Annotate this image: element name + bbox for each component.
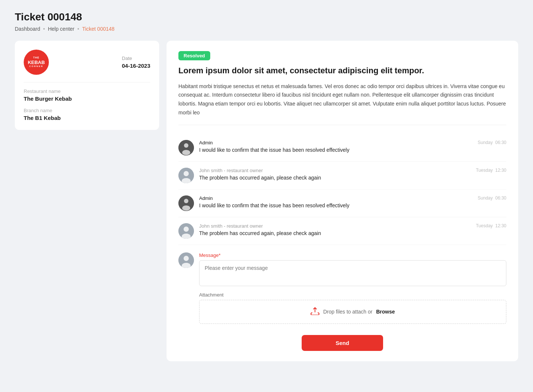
branch-name-field: Branch name The B1 Kebab (24, 108, 150, 121)
breadcrumb-sep-1: • (43, 26, 45, 32)
compose-message-label: Message* (199, 252, 506, 258)
svg-point-8 (182, 205, 190, 211)
svg-point-7 (184, 199, 188, 203)
attachment-label: Attachment (199, 292, 506, 298)
upload-icon (311, 307, 319, 317)
message-content: John smith - restaurant owner Tuesday 12… (199, 168, 506, 183)
message-item: John smith - restaurant owner Tuesday 12… (178, 162, 506, 190)
status-badge: Resolved (178, 51, 210, 60)
restaurant-name-value: The Burger Kebab (24, 96, 150, 102)
date-value: 04-16-2023 (122, 63, 150, 69)
breadcrumb-dashboard[interactable]: Dashboard (15, 26, 40, 32)
message-time: Tuesday 12:30 (476, 223, 506, 228)
page-title: Ticket 000148 (15, 11, 518, 23)
message-sender: John smith - restaurant owner (199, 223, 263, 229)
date-block: Date 04-16-2023 (122, 56, 150, 69)
message-avatar (178, 223, 194, 239)
message-time: Sunday 06:30 (478, 195, 506, 201)
browse-text[interactable]: Browse (376, 309, 395, 315)
svg-point-4 (184, 171, 189, 176)
message-header: John smith - restaurant owner Tuesday 12… (199, 223, 506, 229)
message-sender: John smith - restaurant owner (199, 168, 263, 173)
message-avatar (178, 195, 194, 211)
send-button[interactable]: Send (302, 335, 383, 351)
message-text: The problem has occurred again, please c… (199, 175, 506, 181)
message-sender: Admin (199, 195, 213, 201)
compose-avatar (178, 252, 194, 268)
drop-text: Drop files to attach or (323, 309, 372, 315)
message-sender: Admin (199, 140, 213, 145)
message-time: Sunday 06:30 (478, 140, 506, 145)
branch-name-label: Branch name (24, 108, 150, 113)
info-divider (24, 82, 150, 83)
svg-point-1 (184, 143, 188, 148)
message-header: John smith - restaurant owner Tuesday 12… (199, 168, 506, 173)
date-label: Date (122, 56, 150, 61)
content-panel: Resolved Lorem ipsum dolor sit amet, con… (167, 41, 518, 361)
breadcrumb-sep-2: • (77, 26, 79, 32)
restaurant-name-label: Restaurant name (24, 88, 150, 94)
message-item: Admin Sunday 06:30 I would like to confi… (178, 190, 506, 217)
message-header: Admin Sunday 06:30 (199, 195, 506, 201)
svg-point-2 (182, 150, 190, 155)
restaurant-logo: THE KEBAB CORNER (24, 50, 49, 75)
message-text: I would like to confirm that the issue h… (199, 147, 506, 153)
svg-point-13 (184, 256, 189, 261)
compose-row: Message* Attachment Drop files to attach… (178, 252, 506, 324)
breadcrumb-ticket: Ticket 000148 (82, 26, 114, 32)
breadcrumb: Dashboard • Help center • Ticket 000148 (15, 26, 518, 32)
message-item: John smith - restaurant owner Tuesday 12… (178, 217, 506, 245)
message-text: The problem has occurred again, please c… (199, 230, 506, 236)
ticket-body: Habitant morbi tristique senectus et net… (178, 82, 506, 125)
message-item: Admin Sunday 06:30 I would like to confi… (178, 134, 506, 162)
breadcrumb-help-center[interactable]: Help center (48, 26, 74, 32)
message-text: I would like to confirm that the issue h… (199, 202, 506, 208)
compose-fields: Message* Attachment Drop files to attach… (199, 252, 506, 324)
send-btn-row: Send (178, 335, 506, 351)
message-time: Tuesday 12:30 (476, 168, 506, 173)
logo-row: THE KEBAB CORNER Date 04-16-2023 (24, 50, 150, 75)
logo-top-text: THE (33, 56, 39, 59)
message-input[interactable] (199, 260, 506, 286)
message-content: Admin Sunday 06:30 I would like to confi… (199, 195, 506, 211)
message-header: Admin Sunday 06:30 (199, 140, 506, 145)
main-layout: THE KEBAB CORNER Date 04-16-2023 Restaur… (15, 41, 518, 361)
message-avatar (178, 140, 194, 155)
info-card: THE KEBAB CORNER Date 04-16-2023 Restaur… (15, 41, 159, 130)
branch-name-value: The B1 Kebab (24, 115, 150, 121)
logo-main-text: KEBAB (28, 60, 45, 66)
compose-section: Message* Attachment Drop files to attach… (178, 252, 506, 351)
attachment-dropzone[interactable]: Drop files to attach or Browse (199, 300, 506, 324)
svg-point-10 (184, 227, 189, 232)
message-content: John smith - restaurant owner Tuesday 12… (199, 223, 506, 239)
messages-section: Admin Sunday 06:30 I would like to confi… (178, 134, 506, 245)
message-content: Admin Sunday 06:30 I would like to confi… (199, 140, 506, 155)
message-avatar (178, 168, 194, 183)
restaurant-name-field: Restaurant name The Burger Kebab (24, 88, 150, 102)
sidebar: THE KEBAB CORNER Date 04-16-2023 Restaur… (15, 41, 159, 130)
logo-sub-text: CORNER (29, 65, 43, 68)
ticket-subject: Lorem ipsum dolor sit amet, consectetur … (178, 66, 506, 76)
